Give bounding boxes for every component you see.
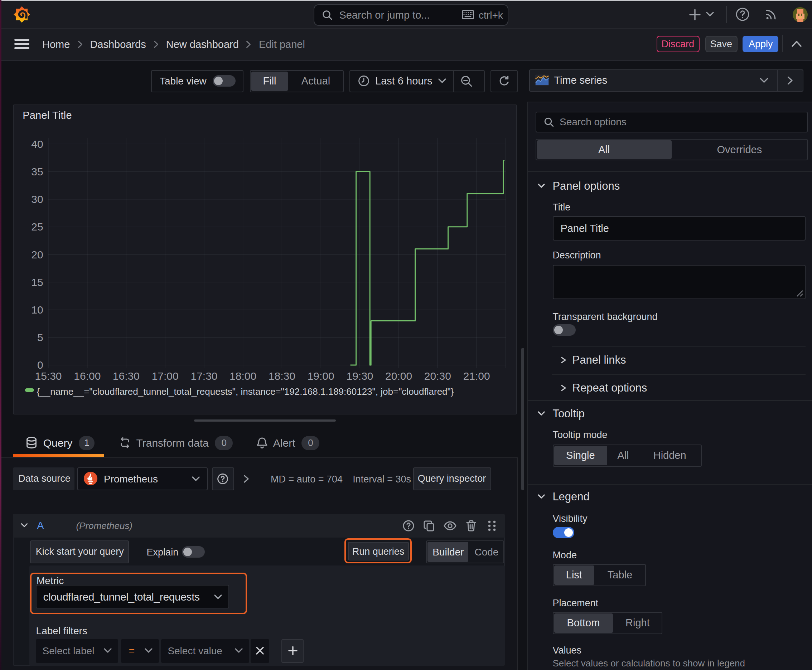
svg-text:35: 35 <box>31 166 43 178</box>
svg-text:16:00: 16:00 <box>74 370 101 382</box>
svg-text:{__name__="cloudflared_tunnel_: {__name__="cloudflared_tunnel_total_requ… <box>37 386 454 397</box>
svg-text:20:30: 20:30 <box>424 370 451 382</box>
svg-text:21:00: 21:00 <box>463 370 490 382</box>
svg-text:15: 15 <box>31 276 43 288</box>
svg-text:20:00: 20:00 <box>385 370 412 382</box>
svg-text:20: 20 <box>31 249 43 261</box>
svg-text:10: 10 <box>31 304 43 316</box>
svg-text:0: 0 <box>37 359 43 371</box>
svg-text:5: 5 <box>37 332 43 343</box>
svg-text:15:30: 15:30 <box>35 370 61 382</box>
svg-text:19:30: 19:30 <box>346 370 373 382</box>
svg-text:17:30: 17:30 <box>190 370 217 382</box>
svg-text:17:00: 17:00 <box>151 370 178 382</box>
svg-text:16:30: 16:30 <box>112 370 139 382</box>
svg-text:40: 40 <box>31 138 43 150</box>
svg-text:18:30: 18:30 <box>268 370 295 382</box>
svg-text:25: 25 <box>31 221 43 233</box>
svg-text:18:00: 18:00 <box>229 370 256 382</box>
svg-text:30: 30 <box>31 193 43 205</box>
svg-text:19:00: 19:00 <box>307 370 334 382</box>
